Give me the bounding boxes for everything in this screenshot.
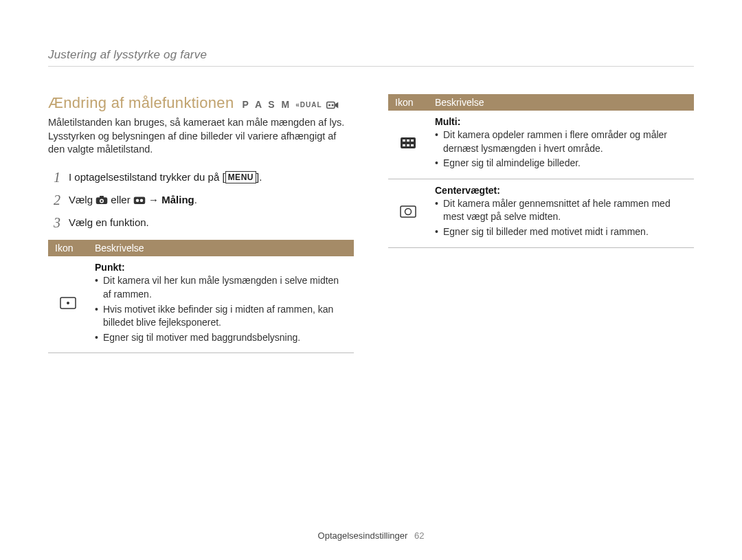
table-header-desc: Beskrivelse [428, 94, 694, 111]
footer-section: Optagelsesindstillinger [318, 530, 408, 541]
option-bullet: Dit kamera måler gennemsnittet af hele r… [435, 197, 687, 224]
svg-point-1 [328, 104, 330, 107]
svg-rect-17 [407, 144, 409, 146]
option-bullet: Dit kamera vil her kun måle lysmængden i… [95, 274, 347, 301]
option-desc-cell: Punkt: Dit kamera vil her kun måle lysmæ… [88, 256, 354, 352]
step-text-pre: Vælg [69, 194, 95, 205]
camera-icon [95, 193, 108, 203]
svg-rect-16 [403, 144, 405, 146]
step-text: I optagelsestilstand trykker du på [MENU… [69, 169, 262, 185]
center-weighted-icon [400, 205, 416, 218]
video-mode-icon [326, 99, 339, 110]
step-text-post: ]. [256, 171, 262, 183]
option-icon-cell [388, 111, 428, 179]
breadcrumb: Justering af lysstyrke og farve [48, 48, 694, 67]
step-text: Vælg en funktion. [69, 214, 149, 230]
step-text-eller: eller [111, 194, 133, 205]
intro-text: Måletilstanden kan bruges, så kameraet k… [48, 116, 354, 157]
svg-rect-18 [411, 144, 414, 146]
option-desc-cell: Centervægtet: Dit kamera måler gennemsni… [428, 179, 694, 247]
svg-rect-12 [401, 137, 416, 148]
step-text-post: . [194, 194, 197, 205]
option-icon-cell [388, 179, 428, 247]
option-bullet: Egner sig til almindelige billeder. [435, 157, 687, 170]
option-bullets: Dit kamera måler gennemsnittet af hele r… [435, 197, 687, 239]
page: Justering af lysstyrke og farve Ændring … [0, 0, 742, 560]
options-table-right: Ikon Beskrivelse [388, 94, 694, 248]
mode-letters: P A S M [242, 99, 291, 110]
multi-metering-icon [400, 137, 416, 149]
option-title: Centervægtet: [435, 185, 687, 196]
arrow-text: → [148, 194, 161, 205]
menu-button-icon: MENU [225, 171, 256, 183]
table-row: Centervægtet: Dit kamera måler gennemsni… [388, 179, 694, 247]
option-desc-cell: Multi: Dit kamera opdeler rammen i flere… [428, 111, 694, 179]
page-footer: Optagelsesindstillinger 62 [0, 530, 742, 541]
svg-point-6 [101, 200, 103, 202]
svg-rect-7 [134, 197, 146, 204]
video-icon [133, 193, 146, 203]
svg-rect-14 [407, 139, 409, 142]
svg-point-2 [331, 104, 333, 107]
svg-point-11 [67, 302, 69, 304]
content-columns: Ændring af målefunktionen P A S M «DUAL [48, 94, 694, 353]
heading-line: Ændring af målefunktionen P A S M «DUAL [48, 94, 354, 112]
table-row: Multi: Dit kamera opdeler rammen i flere… [388, 111, 694, 179]
svg-rect-4 [100, 196, 104, 198]
step-number: 3 [48, 214, 60, 229]
left-column: Ændring af målefunktionen P A S M «DUAL [48, 94, 354, 353]
option-bullet: Dit kamera opdeler rammen i flere område… [435, 128, 687, 155]
step-number: 2 [48, 192, 60, 207]
step-bold-target: Måling [161, 194, 194, 205]
option-bullets: Dit kamera opdeler rammen i flere område… [435, 128, 687, 170]
svg-point-20 [405, 208, 412, 214]
steps-list: 1 I optagelsestilstand trykker du på [ME… [48, 169, 354, 231]
step-text-pre: I optagelsestilstand trykker du på [ [69, 171, 225, 183]
option-bullet: Egner sig til motiver med baggrundsbelys… [95, 331, 347, 345]
svg-point-9 [140, 199, 144, 202]
svg-point-8 [136, 199, 139, 202]
svg-rect-13 [403, 139, 405, 142]
mode-indicators: P A S M «DUAL [242, 99, 338, 110]
page-title: Ændring af målefunktionen [48, 94, 234, 112]
option-bullet: Hvis motivet ikke befinder sig i midten … [95, 303, 347, 330]
mode-dual-icon: «DUAL [295, 101, 322, 109]
option-title: Punkt: [95, 262, 347, 273]
page-number: 62 [414, 530, 424, 541]
option-icon-cell [48, 256, 88, 352]
right-column: Ikon Beskrivelse [388, 94, 694, 353]
option-title: Multi: [435, 116, 687, 127]
table-header-desc: Beskrivelse [88, 240, 354, 256]
step-text: Vælg eller → Måling. [69, 192, 197, 208]
step-number: 1 [48, 169, 60, 184]
option-bullets: Dit kamera vil her kun måle lysmængden i… [95, 274, 347, 344]
spot-metering-icon [60, 297, 76, 309]
svg-rect-19 [401, 206, 416, 217]
svg-rect-15 [411, 139, 414, 142]
step-2: 2 Vælg eller → Måling. [48, 192, 354, 208]
option-bullet: Egner sig til billeder med motivet midt … [435, 225, 687, 239]
step-1: 1 I optagelsestilstand trykker du på [ME… [48, 169, 354, 185]
table-row: Punkt: Dit kamera vil her kun måle lysmæ… [48, 256, 354, 352]
options-table-left: Ikon Beskrivelse Punkt: [48, 240, 354, 353]
table-header-icon: Ikon [388, 94, 428, 111]
step-3: 3 Vælg en funktion. [48, 214, 354, 230]
table-header-icon: Ikon [48, 240, 88, 256]
